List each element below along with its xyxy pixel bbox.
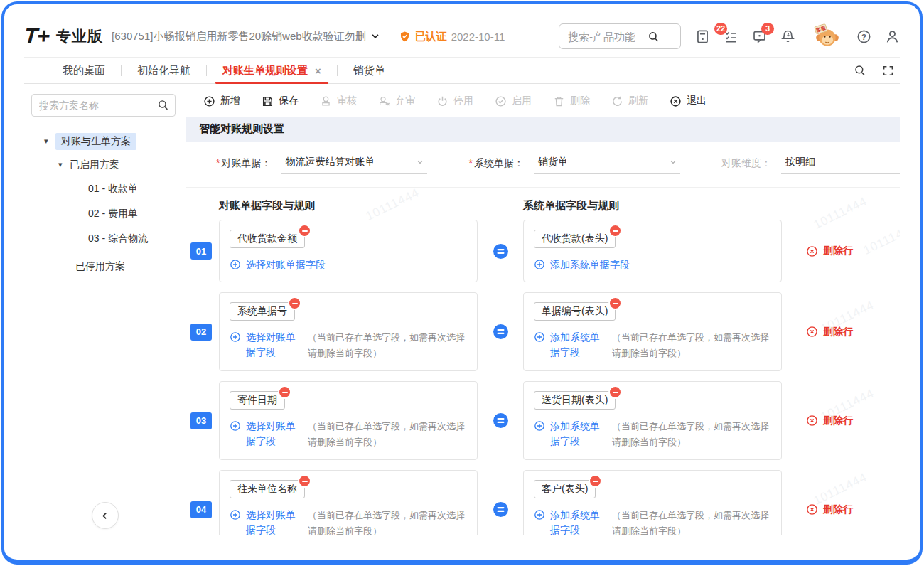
field-tag-label: 客户(表头) [542,483,588,494]
save-button[interactable]: 保存 [262,95,299,107]
delete-row-button[interactable]: 删除行 [789,326,900,338]
delete-row-button[interactable]: 删除行 [789,245,900,257]
rules-area: 10111444 10111444 10111444 10111444 1011… [186,188,900,535]
button-label: 启用 [512,95,532,107]
account-dropdown-caret[interactable] [370,31,380,41]
pos-device-button[interactable] [695,29,710,44]
remove-field-icon[interactable] [608,224,622,237]
remove-field-icon[interactable] [298,474,311,488]
add-link-label: 添加系统单据字段 [550,257,630,272]
tab-init-nav[interactable]: 初始化导航 [134,58,193,83]
tab-search-icon[interactable] [854,64,866,77]
tree-node-scheme-01[interactable]: 01 - 收款单 [31,176,176,201]
delete-row-button[interactable]: 删除行 [789,503,900,516]
select-reconcile-field-link[interactable]: 选择对账单据字段 [230,419,299,449]
tab-reconcile-rule-active[interactable]: 对账生单规则设置 × [220,58,324,83]
disable-button[interactable]: 停用 [436,95,473,107]
remove-field-icon[interactable] [288,297,301,310]
enable-button[interactable]: 启用 [495,95,532,107]
customer-service-mascot[interactable]: 客服 [812,23,843,49]
reconcile-doc-select[interactable]: 物流运费结算对账单 [281,156,427,174]
add-system-field-link[interactable]: 添加系统单据字段 [534,257,630,272]
trash-icon [553,95,565,107]
product-search-input[interactable] [566,30,648,43]
tree-node-enabled-group[interactable]: ▾ 已启用方案 [31,153,176,176]
system-doc-select[interactable]: 销货单 [534,156,680,174]
single-select-note: （当前已存在单选字段，如需再次选择请删除当前字段） [612,419,771,450]
unaudit-button[interactable]: 弃审 [378,95,415,107]
message-button[interactable]: 3 [752,29,767,44]
delete-button[interactable]: 删除 [553,95,590,107]
scheme-search-input[interactable] [31,94,176,117]
help-button[interactable]: ? [856,29,871,44]
tab-bar: 我的桌面 初始化导航 对账生单规则设置 × 销货单 [24,58,900,84]
add-link-label: 添加系统单据字段 [550,330,603,360]
tab-sales-order[interactable]: 销货单 [350,58,388,83]
button-label: 弃审 [395,95,415,107]
add-system-field-link[interactable]: 添加系统单据字段 [534,419,603,449]
tab-close-icon[interactable]: × [315,65,321,77]
user-profile-button[interactable] [885,29,900,44]
search-icon[interactable] [648,31,660,43]
window-frame: T+ 专业版 [630751]小畅报销启用新零售20赊销web收款验证勿删 已认… [1,1,923,565]
add-button[interactable]: 新增 [203,95,240,107]
remove-field-icon[interactable] [298,224,311,237]
tab-label: 对账生单规则设置 [222,64,308,78]
caret-down-icon[interactable]: ▾ [44,137,55,146]
stamp-x-icon [378,95,390,107]
select-reconcile-field-link[interactable]: 选择对账单据字段 [230,508,299,535]
single-select-note: （当前已存在单选字段，如需再次选择请删除当前字段） [308,419,467,450]
add-system-field-link[interactable]: 添加系统单据字段 [534,508,603,535]
select-reconcile-field-link[interactable]: 选择对账单据字段 [230,330,299,360]
add-system-field-link[interactable]: 添加系统单据字段 [534,330,603,360]
field-reconcile-dimension: 对账维度： 按明细 [721,156,900,174]
rule-row-02: 02 系统单据号 选择对账单据字段 （当前已存在单选字段，如需再次选择请删除当前… [186,292,900,371]
reconcile-dimension-select[interactable]: 按明细 [781,156,900,174]
field-tag-label: 系统单据号 [237,305,287,316]
remove-field-icon[interactable] [589,474,602,488]
certified-shield-icon [399,31,411,43]
tab-my-desktop[interactable]: 我的桌面 [60,58,108,83]
delete-row-label: 删除行 [823,415,853,427]
notification-button[interactable] [780,29,795,44]
equals-match-icon [485,501,516,518]
tree-node-root[interactable]: ▾ 对账与生单方案 [31,129,176,153]
product-search-box[interactable] [559,23,681,49]
single-select-note: （当前已存在单选字段，如需再次选择请删除当前字段） [308,330,467,361]
tree-node-scheme-02[interactable]: 02 - 费用单 [31,201,176,226]
single-select-note: （当前已存在单选字段，如需再次选择请删除当前字段） [612,508,771,535]
select-reconcile-field-link[interactable]: 选择对账单据字段 [230,257,326,272]
field-tag: 送货日期(表头) [534,391,616,410]
field-tag: 系统单据号 [230,302,295,321]
delete-row-button[interactable]: 删除行 [789,415,900,427]
user-icon [885,29,900,44]
add-link-label: 添加系统单据字段 [550,508,603,535]
remove-field-icon[interactable] [608,297,622,310]
field-system-doc: 系统单据： 销货单 [468,156,679,174]
tab-label: 初始化导航 [137,64,190,78]
field-tag: 单据编号(表头) [534,302,616,321]
field-tag-label: 往来单位名称 [237,483,297,494]
select-value: 销货单 [538,156,568,169]
sidebar-collapse-button[interactable] [92,502,119,529]
audit-button[interactable]: 审核 [320,95,357,107]
tree-node-label: 01 - 收款单 [88,183,138,196]
exit-button[interactable]: 退出 [670,95,707,107]
tree-node-scheme-03[interactable]: 03 - 综合物流 [31,226,176,251]
plus-circle-icon [230,420,241,432]
tree-node-disabled-group[interactable]: 已停用方案 [31,254,176,279]
tree-node-label: 02 - 费用单 [88,208,138,220]
todo-list-button[interactable]: 22 [724,29,738,44]
button-label: 保存 [279,95,299,107]
remove-field-icon[interactable] [608,385,622,399]
search-icon[interactable] [157,99,169,111]
fullscreen-icon[interactable] [882,65,894,77]
refresh-button[interactable]: 刷新 [611,95,648,107]
remove-field-icon[interactable] [278,385,291,399]
equals-match-icon [485,324,516,340]
select-value: 按明细 [785,156,815,169]
message-count-badge: 3 [761,23,774,35]
scheme-search-box[interactable] [31,94,176,117]
field-tag: 代收货款(表头) [534,230,616,248]
caret-down-icon[interactable]: ▾ [58,160,70,169]
